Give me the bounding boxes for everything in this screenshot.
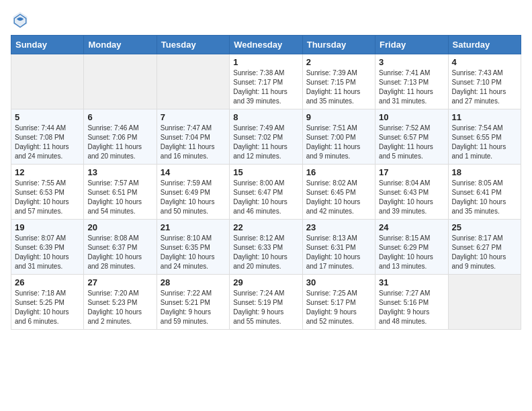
day-number: 16 — [306, 167, 371, 177]
day-info: Sunrise: 8:04 AM Sunset: 6:43 PM Dayligh… — [379, 179, 444, 216]
calendar-cell: 13Sunrise: 7:57 AM Sunset: 6:51 PM Dayli… — [84, 165, 157, 220]
weekday-header-friday: Friday — [375, 36, 448, 54]
day-number: 11 — [452, 112, 517, 122]
day-number: 5 — [15, 112, 80, 122]
day-info: Sunrise: 7:38 AM Sunset: 7:17 PM Dayligh… — [233, 68, 298, 106]
day-number: 13 — [87, 167, 152, 177]
calendar-cell: 25Sunrise: 8:17 AM Sunset: 6:27 PM Dayli… — [448, 220, 521, 275]
calendar-cell: 4Sunrise: 7:43 AM Sunset: 7:10 PM Daylig… — [448, 54, 521, 109]
day-info: Sunrise: 7:27 AM Sunset: 5:16 PM Dayligh… — [379, 289, 444, 326]
day-info: Sunrise: 7:51 AM Sunset: 7:00 PM Dayligh… — [306, 124, 371, 161]
day-number: 29 — [233, 277, 298, 287]
day-info: Sunrise: 7:18 AM Sunset: 5:25 PM Dayligh… — [15, 289, 80, 326]
day-number: 10 — [379, 112, 444, 122]
calendar-cell: 28Sunrise: 7:22 AM Sunset: 5:21 PM Dayli… — [157, 275, 229, 330]
day-number: 14 — [161, 167, 226, 177]
calendar-week-1: 1Sunrise: 7:38 AM Sunset: 7:17 PM Daylig… — [11, 54, 521, 109]
day-info: Sunrise: 7:47 AM Sunset: 7:04 PM Dayligh… — [161, 124, 226, 161]
day-number: 17 — [379, 167, 444, 177]
calendar-cell: 24Sunrise: 8:15 AM Sunset: 6:29 PM Dayli… — [375, 220, 448, 275]
calendar-cell: 29Sunrise: 7:24 AM Sunset: 5:19 PM Dayli… — [230, 275, 302, 330]
calendar-table: SundayMondayTuesdayWednesdayThursdayFrid… — [11, 35, 521, 330]
day-number: 21 — [161, 222, 226, 232]
day-number: 18 — [452, 167, 517, 177]
day-info: Sunrise: 7:49 AM Sunset: 7:02 PM Dayligh… — [233, 124, 298, 161]
day-info: Sunrise: 7:55 AM Sunset: 6:53 PM Dayligh… — [15, 179, 80, 216]
day-number: 2 — [306, 57, 371, 67]
day-info: Sunrise: 7:20 AM Sunset: 5:23 PM Dayligh… — [87, 289, 152, 326]
day-info: Sunrise: 8:02 AM Sunset: 6:45 PM Dayligh… — [306, 179, 371, 216]
day-number: 30 — [306, 277, 371, 287]
calendar-cell: 20Sunrise: 8:08 AM Sunset: 6:37 PM Dayli… — [84, 220, 157, 275]
calendar-cell: 12Sunrise: 7:55 AM Sunset: 6:53 PM Dayli… — [11, 165, 84, 220]
calendar-cell: 6Sunrise: 7:46 AM Sunset: 7:06 PM Daylig… — [84, 109, 157, 165]
day-info: Sunrise: 7:25 AM Sunset: 5:17 PM Dayligh… — [306, 289, 371, 326]
weekday-header-thursday: Thursday — [302, 36, 375, 54]
day-number: 1 — [233, 57, 298, 67]
day-number: 24 — [379, 222, 444, 232]
day-info: Sunrise: 7:52 AM Sunset: 6:57 PM Dayligh… — [379, 124, 444, 161]
calendar-cell: 1Sunrise: 7:38 AM Sunset: 7:17 PM Daylig… — [230, 54, 302, 109]
calendar-cell: 2Sunrise: 7:39 AM Sunset: 7:15 PM Daylig… — [302, 54, 375, 109]
calendar-cell: 3Sunrise: 7:41 AM Sunset: 7:13 PM Daylig… — [375, 54, 448, 109]
calendar-cell — [448, 275, 521, 330]
calendar-cell: 17Sunrise: 8:04 AM Sunset: 6:43 PM Dayli… — [375, 165, 448, 220]
day-number: 9 — [306, 112, 371, 122]
day-info: Sunrise: 7:24 AM Sunset: 5:19 PM Dayligh… — [233, 289, 298, 326]
calendar-cell: 21Sunrise: 8:10 AM Sunset: 6:35 PM Dayli… — [157, 220, 229, 275]
weekday-header-wednesday: Wednesday — [230, 36, 302, 54]
calendar-cell: 15Sunrise: 8:00 AM Sunset: 6:47 PM Dayli… — [230, 165, 302, 220]
calendar-cell: 26Sunrise: 7:18 AM Sunset: 5:25 PM Dayli… — [11, 275, 84, 330]
day-number: 23 — [306, 222, 371, 232]
day-info: Sunrise: 7:59 AM Sunset: 6:49 PM Dayligh… — [161, 179, 226, 216]
day-info: Sunrise: 8:13 AM Sunset: 6:31 PM Dayligh… — [306, 234, 371, 271]
weekday-header-tuesday: Tuesday — [157, 36, 229, 54]
calendar-week-4: 19Sunrise: 8:07 AM Sunset: 6:39 PM Dayli… — [11, 220, 521, 275]
day-number: 31 — [379, 277, 444, 287]
day-number: 27 — [87, 277, 152, 287]
day-info: Sunrise: 8:05 AM Sunset: 6:41 PM Dayligh… — [452, 179, 517, 216]
day-number: 3 — [379, 57, 444, 67]
calendar-cell: 7Sunrise: 7:47 AM Sunset: 7:04 PM Daylig… — [157, 109, 229, 165]
weekday-header-row: SundayMondayTuesdayWednesdayThursdayFrid… — [11, 36, 521, 54]
calendar-cell — [157, 54, 229, 109]
logo-icon — [11, 11, 30, 30]
day-number: 20 — [87, 222, 152, 232]
calendar-cell: 23Sunrise: 8:13 AM Sunset: 6:31 PM Dayli… — [302, 220, 375, 275]
day-info: Sunrise: 8:10 AM Sunset: 6:35 PM Dayligh… — [161, 234, 226, 271]
day-info: Sunrise: 8:07 AM Sunset: 6:39 PM Dayligh… — [15, 234, 80, 271]
day-info: Sunrise: 7:43 AM Sunset: 7:10 PM Dayligh… — [452, 68, 517, 106]
day-number: 22 — [233, 222, 298, 232]
day-info: Sunrise: 7:22 AM Sunset: 5:21 PM Dayligh… — [161, 289, 226, 326]
calendar-cell: 31Sunrise: 7:27 AM Sunset: 5:16 PM Dayli… — [375, 275, 448, 330]
day-info: Sunrise: 7:46 AM Sunset: 7:06 PM Dayligh… — [87, 124, 152, 161]
day-number: 15 — [233, 167, 298, 177]
weekday-header-monday: Monday — [84, 36, 157, 54]
day-number: 6 — [87, 112, 152, 122]
page-header — [11, 11, 521, 30]
day-info: Sunrise: 7:54 AM Sunset: 6:55 PM Dayligh… — [452, 124, 517, 161]
calendar-cell: 22Sunrise: 8:12 AM Sunset: 6:33 PM Dayli… — [230, 220, 302, 275]
weekday-header-saturday: Saturday — [448, 36, 521, 54]
day-number: 25 — [452, 222, 517, 232]
day-info: Sunrise: 8:12 AM Sunset: 6:33 PM Dayligh… — [233, 234, 298, 271]
day-number: 19 — [15, 222, 80, 232]
calendar-cell: 16Sunrise: 8:02 AM Sunset: 6:45 PM Dayli… — [302, 165, 375, 220]
calendar-cell: 10Sunrise: 7:52 AM Sunset: 6:57 PM Dayli… — [375, 109, 448, 165]
day-number: 7 — [161, 112, 226, 122]
calendar-week-3: 12Sunrise: 7:55 AM Sunset: 6:53 PM Dayli… — [11, 165, 521, 220]
day-info: Sunrise: 7:39 AM Sunset: 7:15 PM Dayligh… — [306, 68, 371, 106]
calendar-cell — [11, 54, 84, 109]
calendar-cell: 18Sunrise: 8:05 AM Sunset: 6:41 PM Dayli… — [448, 165, 521, 220]
calendar-cell: 19Sunrise: 8:07 AM Sunset: 6:39 PM Dayli… — [11, 220, 84, 275]
day-info: Sunrise: 8:00 AM Sunset: 6:47 PM Dayligh… — [233, 179, 298, 216]
calendar-cell: 11Sunrise: 7:54 AM Sunset: 6:55 PM Dayli… — [448, 109, 521, 165]
calendar-cell — [84, 54, 157, 109]
day-number: 8 — [233, 112, 298, 122]
day-info: Sunrise: 8:15 AM Sunset: 6:29 PM Dayligh… — [379, 234, 444, 271]
day-info: Sunrise: 7:44 AM Sunset: 7:08 PM Dayligh… — [15, 124, 80, 161]
calendar-cell: 27Sunrise: 7:20 AM Sunset: 5:23 PM Dayli… — [84, 275, 157, 330]
logo — [11, 11, 32, 30]
day-number: 28 — [161, 277, 226, 287]
calendar-cell: 5Sunrise: 7:44 AM Sunset: 7:08 PM Daylig… — [11, 109, 84, 165]
